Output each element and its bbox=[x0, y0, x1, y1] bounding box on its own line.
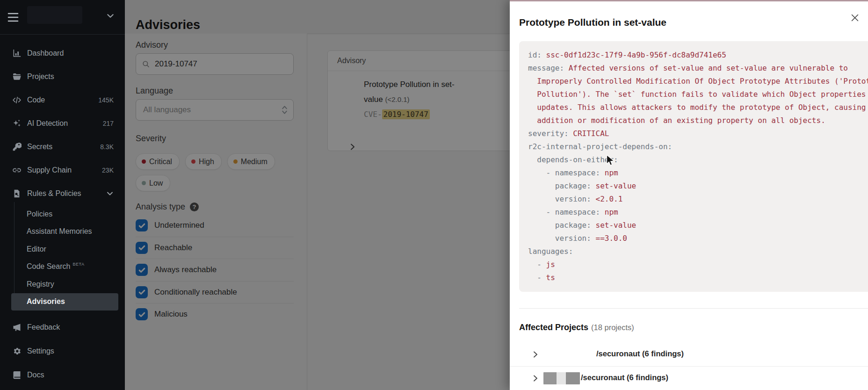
sidebar-item-advisories[interactable]: Advisories bbox=[11, 293, 118, 311]
sidebar-item-label: Registry bbox=[27, 280, 54, 289]
yaml-line: Pollution'). The `set` function fails to… bbox=[528, 88, 868, 101]
sidebar-item-code-search[interactable]: Code SearchBETA bbox=[0, 258, 125, 276]
sidebar-item-rules-policies[interactable]: Rules & Policies bbox=[0, 182, 125, 205]
sidebar-item-feedback[interactable]: Feedback bbox=[0, 315, 125, 339]
advisory-yaml-block: id: ssc-0df1d23c-17f9-4a9b-956f-dc8a9d74… bbox=[519, 41, 868, 292]
sidebar-item-docs[interactable]: Docs bbox=[0, 363, 125, 387]
yaml-line: version: ==3.0.0 bbox=[528, 232, 868, 245]
docs-icon bbox=[12, 370, 22, 380]
sidebar-item-secrets[interactable]: Secrets8.3K bbox=[0, 135, 125, 159]
sidebar-item-label: Assistant Memories bbox=[27, 227, 92, 236]
sidebar-item-editor[interactable]: Editor bbox=[0, 240, 125, 258]
redacted-org-name bbox=[543, 372, 580, 384]
sidebar-item-label: Secrets bbox=[27, 143, 52, 151]
sidebar-item-dashboard[interactable]: Dashboard bbox=[0, 42, 125, 65]
sidebar-item-label: Dashboard bbox=[27, 49, 64, 58]
rules-policies-icon bbox=[12, 188, 22, 199]
settings-icon bbox=[12, 346, 22, 356]
chevron-right-icon[interactable] bbox=[531, 350, 540, 359]
section-divider bbox=[519, 308, 868, 309]
sidebar-items: DashboardProjectsCode145KAI Detection217… bbox=[0, 35, 125, 205]
affected-projects-header: Affected Projects(18 projects) bbox=[519, 323, 634, 332]
close-icon[interactable] bbox=[847, 10, 862, 25]
affected-project-row[interactable]: /securonaut (6 findings) bbox=[510, 367, 868, 390]
yaml-line: package: set-value bbox=[528, 219, 868, 232]
org-logo[interactable] bbox=[27, 6, 82, 24]
affected-projects-count: (18 projects) bbox=[591, 323, 634, 332]
yaml-line: version: <2.0.1 bbox=[528, 193, 868, 206]
chevron-right-icon[interactable] bbox=[531, 374, 540, 383]
sidebar-item-policies[interactable]: Policies bbox=[0, 205, 125, 223]
sidebar-item-badge: 217 bbox=[103, 120, 114, 127]
sidebar-item-assistant-memories[interactable]: Assistant Memories bbox=[0, 223, 125, 241]
project-name: /securonaut (6 findings) bbox=[581, 373, 668, 382]
supply-chain-icon bbox=[12, 165, 22, 175]
sidebar-item-label: Docs bbox=[27, 371, 44, 379]
yaml-line: - ts bbox=[528, 271, 868, 284]
advisory-yaml: id: ssc-0df1d23c-17f9-4a9b-956f-dc8a9d74… bbox=[528, 49, 868, 284]
sidebar-item-registry[interactable]: Registry bbox=[0, 275, 125, 293]
yaml-line: languages: bbox=[528, 245, 868, 258]
mouse-cursor bbox=[606, 154, 616, 167]
modal-dim-overlay[interactable] bbox=[125, 0, 510, 390]
yaml-line: package: set-value bbox=[528, 180, 868, 193]
drawer-title: Prototype Pollution in set-value bbox=[519, 17, 666, 28]
window-top-strip bbox=[510, 0, 868, 1]
yaml-line: Improperly Controlled Modification Of Ob… bbox=[528, 75, 868, 88]
sidebar-item-projects[interactable]: Projects bbox=[0, 65, 125, 88]
sidebar-item-label: Advisories bbox=[27, 297, 65, 306]
project-name: /securonaut (6 findings) bbox=[596, 349, 684, 358]
sidebar-item-label: Supply Chain bbox=[27, 166, 72, 174]
yaml-line: addition or modification of an existing … bbox=[528, 114, 868, 127]
dashboard-icon bbox=[12, 48, 22, 58]
yaml-line: - namespace: npm bbox=[528, 206, 868, 219]
sidebar-item-label: Feedback bbox=[27, 323, 60, 332]
yaml-line: depends-on-either: bbox=[528, 153, 868, 166]
yaml-line: - namespace: npm bbox=[528, 166, 868, 180]
sidebar-item-label: Settings bbox=[27, 347, 54, 355]
sidebar-footer-items: FeedbackSettingsDocs bbox=[0, 315, 125, 387]
chevron-down-icon bbox=[106, 190, 114, 197]
yaml-line: updates. This allows attackers to modify… bbox=[528, 101, 868, 114]
affected-project-row[interactable]: /securonaut (6 findings) bbox=[510, 343, 868, 367]
sidebar-item-badge: 145K bbox=[98, 96, 114, 104]
sidebar-item-label: Policies bbox=[27, 210, 52, 218]
ai-detection-icon bbox=[12, 118, 22, 129]
sidebar: DashboardProjectsCode145KAI Detection217… bbox=[0, 0, 125, 390]
sidebar-item-badge: 23K bbox=[102, 166, 114, 174]
sidebar-item-label: Rules & Policies bbox=[27, 189, 81, 198]
affected-projects-title: Affected Projects bbox=[519, 323, 588, 332]
hamburger-menu-icon[interactable] bbox=[7, 12, 20, 22]
beta-badge: BETA bbox=[72, 262, 84, 267]
yaml-line: r2c-internal-project-depends-on: bbox=[528, 140, 868, 153]
sidebar-item-label: Code Search bbox=[27, 262, 70, 271]
sidebar-item-label: Editor bbox=[27, 245, 46, 253]
sidebar-item-label: Code bbox=[27, 96, 45, 104]
sidebar-subitems: PoliciesAssistant MemoriesEditorCode Sea… bbox=[0, 205, 125, 311]
sidebar-item-supply-chain[interactable]: Supply Chain23K bbox=[0, 159, 125, 182]
advisory-detail-drawer: Prototype Pollution in set-value id: ssc… bbox=[510, 0, 868, 390]
app-window: DashboardProjectsCode145KAI Detection217… bbox=[0, 0, 868, 390]
feedback-icon bbox=[12, 322, 22, 332]
affected-projects-list: /securonaut (6 findings)/securonaut (6 f… bbox=[510, 343, 868, 390]
yaml-line: message: Affected versions of set-value … bbox=[528, 62, 868, 75]
yaml-line: id: ssc-0df1d23c-17f9-4a9b-956f-dc8a9d74… bbox=[528, 49, 868, 62]
code-icon bbox=[12, 95, 22, 105]
sidebar-item-code[interactable]: Code145K bbox=[0, 88, 125, 112]
chevron-down-icon[interactable] bbox=[106, 12, 115, 20]
yaml-line: - js bbox=[528, 258, 868, 271]
projects-icon bbox=[12, 72, 22, 82]
sidebar-header bbox=[0, 0, 125, 35]
sidebar-item-badge: 8.3K bbox=[100, 143, 114, 151]
secrets-icon bbox=[12, 142, 22, 152]
sidebar-item-settings[interactable]: Settings bbox=[0, 339, 125, 363]
sidebar-item-label: AI Detection bbox=[27, 119, 68, 128]
sidebar-item-label: Projects bbox=[27, 72, 54, 81]
yaml-line: severity: CRITICAL bbox=[528, 127, 868, 140]
sidebar-item-ai-detection[interactable]: AI Detection217 bbox=[0, 112, 125, 135]
